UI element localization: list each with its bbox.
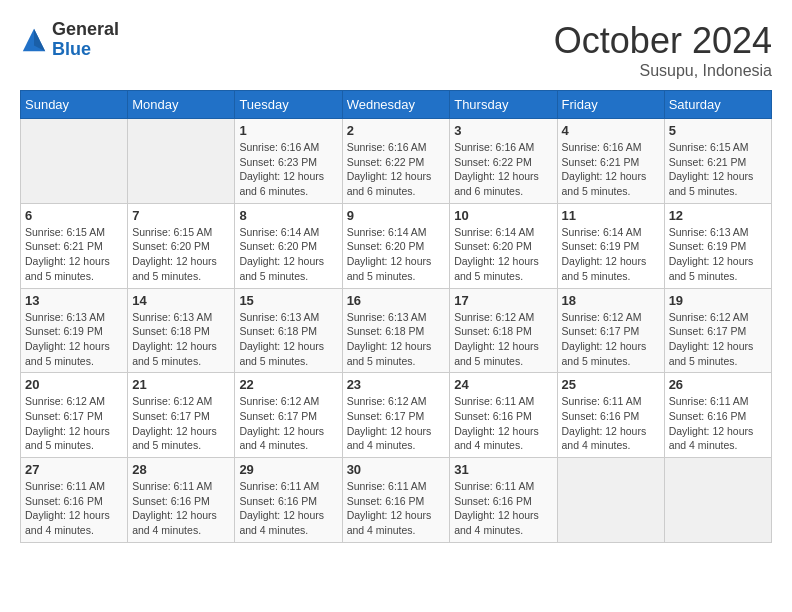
calendar-cell: 17Sunrise: 6:12 AM Sunset: 6:18 PM Dayli… [450, 288, 557, 373]
day-detail: Sunrise: 6:13 AM Sunset: 6:18 PM Dayligh… [132, 310, 230, 369]
day-detail: Sunrise: 6:12 AM Sunset: 6:17 PM Dayligh… [239, 394, 337, 453]
calendar-cell: 14Sunrise: 6:13 AM Sunset: 6:18 PM Dayli… [128, 288, 235, 373]
page-header: General Blue October 2024 Susupu, Indone… [20, 20, 772, 80]
calendar-cell: 10Sunrise: 6:14 AM Sunset: 6:20 PM Dayli… [450, 203, 557, 288]
day-detail: Sunrise: 6:12 AM Sunset: 6:17 PM Dayligh… [132, 394, 230, 453]
calendar-week-row: 1Sunrise: 6:16 AM Sunset: 6:23 PM Daylig… [21, 119, 772, 204]
calendar-cell: 13Sunrise: 6:13 AM Sunset: 6:19 PM Dayli… [21, 288, 128, 373]
calendar-cell: 6Sunrise: 6:15 AM Sunset: 6:21 PM Daylig… [21, 203, 128, 288]
day-detail: Sunrise: 6:11 AM Sunset: 6:16 PM Dayligh… [347, 479, 446, 538]
day-detail: Sunrise: 6:12 AM Sunset: 6:17 PM Dayligh… [669, 310, 767, 369]
weekday-header: Friday [557, 91, 664, 119]
day-detail: Sunrise: 6:13 AM Sunset: 6:19 PM Dayligh… [25, 310, 123, 369]
day-number: 24 [454, 377, 552, 392]
day-number: 15 [239, 293, 337, 308]
day-number: 5 [669, 123, 767, 138]
title-block: October 2024 Susupu, Indonesia [554, 20, 772, 80]
calendar-cell: 15Sunrise: 6:13 AM Sunset: 6:18 PM Dayli… [235, 288, 342, 373]
day-detail: Sunrise: 6:11 AM Sunset: 6:16 PM Dayligh… [239, 479, 337, 538]
logo-text: General Blue [52, 20, 119, 60]
day-detail: Sunrise: 6:12 AM Sunset: 6:17 PM Dayligh… [25, 394, 123, 453]
day-detail: Sunrise: 6:14 AM Sunset: 6:20 PM Dayligh… [239, 225, 337, 284]
day-detail: Sunrise: 6:11 AM Sunset: 6:16 PM Dayligh… [132, 479, 230, 538]
calendar-cell: 4Sunrise: 6:16 AM Sunset: 6:21 PM Daylig… [557, 119, 664, 204]
calendar-cell: 26Sunrise: 6:11 AM Sunset: 6:16 PM Dayli… [664, 373, 771, 458]
calendar-cell: 9Sunrise: 6:14 AM Sunset: 6:20 PM Daylig… [342, 203, 450, 288]
day-number: 11 [562, 208, 660, 223]
day-detail: Sunrise: 6:12 AM Sunset: 6:17 PM Dayligh… [347, 394, 446, 453]
day-number: 18 [562, 293, 660, 308]
calendar-week-row: 13Sunrise: 6:13 AM Sunset: 6:19 PM Dayli… [21, 288, 772, 373]
month-title: October 2024 [554, 20, 772, 62]
calendar-cell: 24Sunrise: 6:11 AM Sunset: 6:16 PM Dayli… [450, 373, 557, 458]
day-number: 16 [347, 293, 446, 308]
day-detail: Sunrise: 6:11 AM Sunset: 6:16 PM Dayligh… [454, 479, 552, 538]
calendar-cell [21, 119, 128, 204]
day-detail: Sunrise: 6:13 AM Sunset: 6:19 PM Dayligh… [669, 225, 767, 284]
day-detail: Sunrise: 6:11 AM Sunset: 6:16 PM Dayligh… [562, 394, 660, 453]
day-detail: Sunrise: 6:14 AM Sunset: 6:19 PM Dayligh… [562, 225, 660, 284]
day-number: 23 [347, 377, 446, 392]
day-number: 22 [239, 377, 337, 392]
calendar-cell [128, 119, 235, 204]
calendar-cell [664, 458, 771, 543]
calendar-cell: 19Sunrise: 6:12 AM Sunset: 6:17 PM Dayli… [664, 288, 771, 373]
calendar-week-row: 20Sunrise: 6:12 AM Sunset: 6:17 PM Dayli… [21, 373, 772, 458]
day-number: 4 [562, 123, 660, 138]
calendar-cell [557, 458, 664, 543]
day-number: 21 [132, 377, 230, 392]
calendar-cell: 30Sunrise: 6:11 AM Sunset: 6:16 PM Dayli… [342, 458, 450, 543]
calendar-cell: 20Sunrise: 6:12 AM Sunset: 6:17 PM Dayli… [21, 373, 128, 458]
calendar-cell: 12Sunrise: 6:13 AM Sunset: 6:19 PM Dayli… [664, 203, 771, 288]
calendar-cell: 2Sunrise: 6:16 AM Sunset: 6:22 PM Daylig… [342, 119, 450, 204]
calendar-week-row: 6Sunrise: 6:15 AM Sunset: 6:21 PM Daylig… [21, 203, 772, 288]
location-subtitle: Susupu, Indonesia [554, 62, 772, 80]
day-number: 19 [669, 293, 767, 308]
day-number: 2 [347, 123, 446, 138]
day-number: 20 [25, 377, 123, 392]
calendar-cell: 18Sunrise: 6:12 AM Sunset: 6:17 PM Dayli… [557, 288, 664, 373]
day-detail: Sunrise: 6:15 AM Sunset: 6:20 PM Dayligh… [132, 225, 230, 284]
day-number: 13 [25, 293, 123, 308]
day-detail: Sunrise: 6:16 AM Sunset: 6:21 PM Dayligh… [562, 140, 660, 199]
weekday-header: Wednesday [342, 91, 450, 119]
calendar-cell: 31Sunrise: 6:11 AM Sunset: 6:16 PM Dayli… [450, 458, 557, 543]
calendar-cell: 28Sunrise: 6:11 AM Sunset: 6:16 PM Dayli… [128, 458, 235, 543]
calendar-cell: 8Sunrise: 6:14 AM Sunset: 6:20 PM Daylig… [235, 203, 342, 288]
day-detail: Sunrise: 6:16 AM Sunset: 6:22 PM Dayligh… [454, 140, 552, 199]
day-number: 8 [239, 208, 337, 223]
day-detail: Sunrise: 6:13 AM Sunset: 6:18 PM Dayligh… [239, 310, 337, 369]
day-number: 17 [454, 293, 552, 308]
calendar-cell: 21Sunrise: 6:12 AM Sunset: 6:17 PM Dayli… [128, 373, 235, 458]
weekday-header: Thursday [450, 91, 557, 119]
day-number: 30 [347, 462, 446, 477]
calendar-cell: 5Sunrise: 6:15 AM Sunset: 6:21 PM Daylig… [664, 119, 771, 204]
day-detail: Sunrise: 6:11 AM Sunset: 6:16 PM Dayligh… [669, 394, 767, 453]
weekday-header-row: SundayMondayTuesdayWednesdayThursdayFrid… [21, 91, 772, 119]
logo: General Blue [20, 20, 119, 60]
weekday-header: Saturday [664, 91, 771, 119]
logo-general: General [52, 20, 119, 40]
day-number: 25 [562, 377, 660, 392]
day-number: 27 [25, 462, 123, 477]
day-detail: Sunrise: 6:11 AM Sunset: 6:16 PM Dayligh… [454, 394, 552, 453]
day-detail: Sunrise: 6:14 AM Sunset: 6:20 PM Dayligh… [347, 225, 446, 284]
calendar-cell: 27Sunrise: 6:11 AM Sunset: 6:16 PM Dayli… [21, 458, 128, 543]
day-detail: Sunrise: 6:11 AM Sunset: 6:16 PM Dayligh… [25, 479, 123, 538]
day-number: 29 [239, 462, 337, 477]
calendar-table: SundayMondayTuesdayWednesdayThursdayFrid… [20, 90, 772, 543]
day-detail: Sunrise: 6:12 AM Sunset: 6:17 PM Dayligh… [562, 310, 660, 369]
day-number: 10 [454, 208, 552, 223]
calendar-week-row: 27Sunrise: 6:11 AM Sunset: 6:16 PM Dayli… [21, 458, 772, 543]
day-detail: Sunrise: 6:14 AM Sunset: 6:20 PM Dayligh… [454, 225, 552, 284]
calendar-cell: 7Sunrise: 6:15 AM Sunset: 6:20 PM Daylig… [128, 203, 235, 288]
day-number: 28 [132, 462, 230, 477]
day-detail: Sunrise: 6:15 AM Sunset: 6:21 PM Dayligh… [25, 225, 123, 284]
day-number: 31 [454, 462, 552, 477]
day-number: 1 [239, 123, 337, 138]
weekday-header: Sunday [21, 91, 128, 119]
day-number: 14 [132, 293, 230, 308]
day-number: 7 [132, 208, 230, 223]
calendar-cell: 1Sunrise: 6:16 AM Sunset: 6:23 PM Daylig… [235, 119, 342, 204]
weekday-header: Tuesday [235, 91, 342, 119]
